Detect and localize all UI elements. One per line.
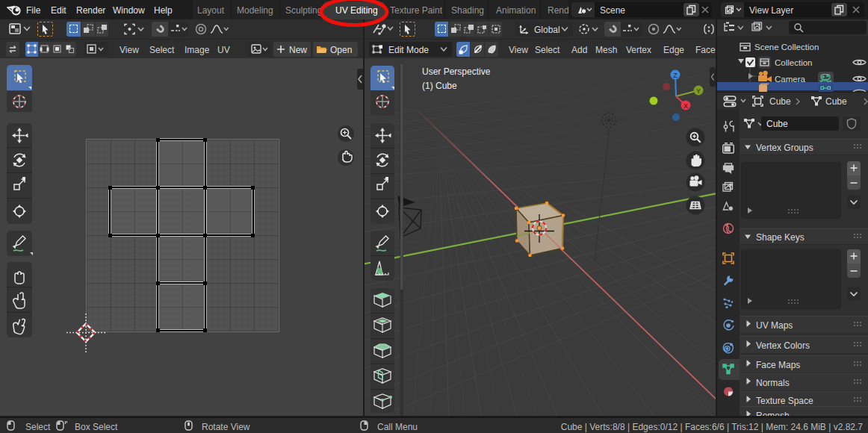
svg-text:Y: Y (696, 87, 701, 95)
svg-text:Camera: Camera (775, 75, 806, 84)
svg-text:Z: Z (673, 72, 678, 79)
svg-text:Scene Collection: Scene Collection (754, 43, 819, 52)
svg-text:X: X (683, 102, 688, 110)
svg-text:Collection: Collection (775, 58, 813, 67)
